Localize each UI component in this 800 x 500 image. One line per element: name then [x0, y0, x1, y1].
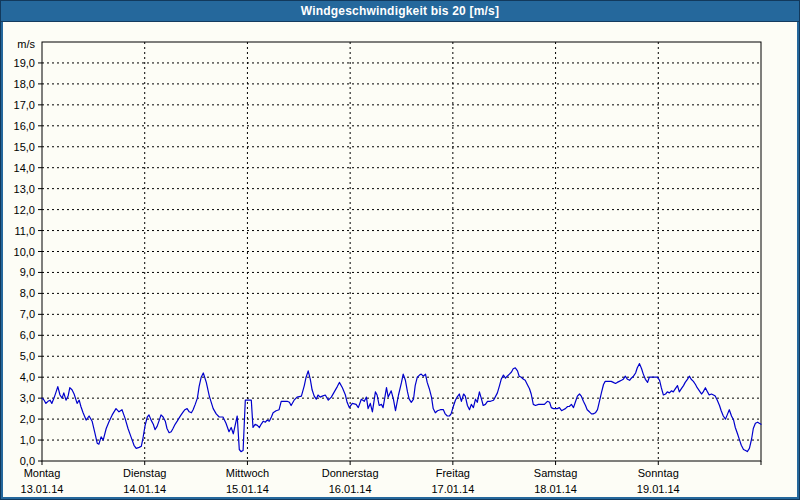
y-tick-label: 3,0 [20, 392, 35, 404]
y-tick-label: 4,0 [20, 371, 35, 383]
x-day-label: Donnerstag [322, 467, 379, 479]
y-tick-label: 14,0 [14, 162, 35, 174]
y-tick-label: 11,0 [14, 225, 35, 237]
x-day-label: Mittwoch [226, 467, 269, 479]
wind-speed-chart: 0,01,02,03,04,05,06,07,08,09,010,011,012… [1, 1, 800, 500]
y-tick-label: 10,0 [14, 246, 35, 258]
x-date-label: 14.01.14 [123, 483, 166, 495]
x-day-label: Montag [24, 467, 61, 479]
x-date-label: 18.01.14 [534, 483, 577, 495]
chart-window: Windgeschwindigkeit bis 20 [m/s] 0,01,02… [0, 0, 800, 500]
x-day-label: Samstag [534, 467, 577, 479]
y-tick-label: 16,0 [14, 120, 35, 132]
y-tick-label: 0,0 [20, 455, 35, 467]
y-tick-label: 19,0 [14, 57, 35, 69]
y-tick-label: 1,0 [20, 434, 35, 446]
y-tick-label: 5,0 [20, 350, 35, 362]
y-tick-label: 8,0 [20, 287, 35, 299]
x-date-label: 13.01.14 [21, 483, 64, 495]
x-day-label: Sonntag [638, 467, 679, 479]
y-tick-label: 2,0 [20, 413, 35, 425]
y-tick-label: 13,0 [14, 183, 35, 195]
x-date-label: 19.01.14 [637, 483, 680, 495]
x-date-label: 15.01.14 [226, 483, 269, 495]
y-tick-label: 9,0 [20, 266, 35, 278]
y-tick-label: 15,0 [14, 141, 35, 153]
y-tick-label: 12,0 [14, 204, 35, 216]
x-day-label: Freitag [436, 467, 470, 479]
y-tick-label: 17,0 [14, 99, 35, 111]
x-day-label: Dienstag [123, 467, 166, 479]
y-tick-label: 7,0 [20, 308, 35, 320]
y-tick-label: 18,0 [14, 78, 35, 90]
y-tick-label: 6,0 [20, 329, 35, 341]
y-axis-unit-label: m/s [17, 38, 35, 50]
x-date-label: 16.01.14 [329, 483, 372, 495]
x-date-label: 17.01.14 [431, 483, 474, 495]
wind-speed-line [42, 364, 761, 452]
